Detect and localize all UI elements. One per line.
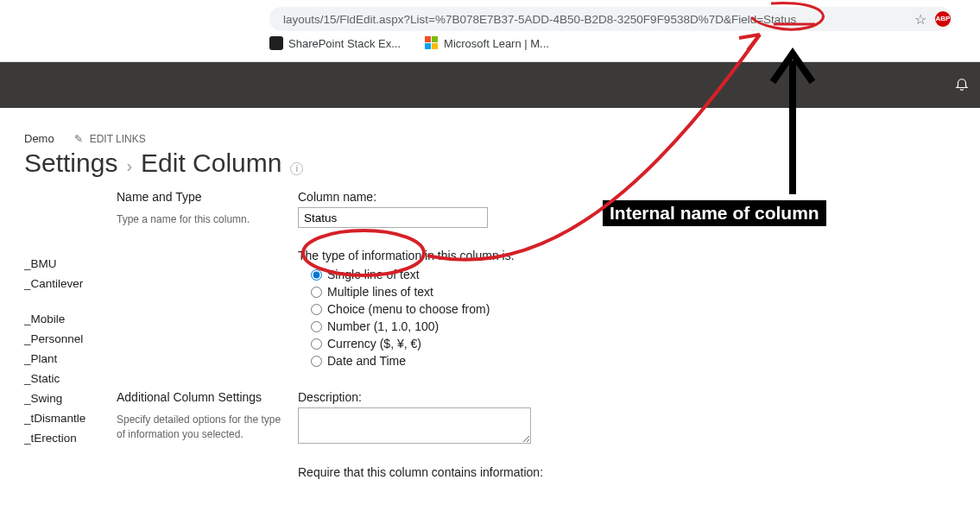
section-name-type: Name and Type Type a name for this colum… [117, 190, 980, 369]
edit-links-button[interactable]: ✎ EDIT LINKS [74, 133, 145, 145]
nav-item-bmu[interactable]: _BMU [24, 254, 115, 274]
suite-bar [0, 62, 980, 108]
bookmark-label: SharePoint Stack Ex... [288, 37, 401, 50]
info-icon[interactable]: i [290, 162, 303, 175]
type-intro-label: The type of information in this column i… [298, 249, 980, 262]
url-bar[interactable]: layouts/15/FldEdit.aspx?List=%7B078E7B37… [269, 7, 952, 31]
type-label: Number (1, 1.0, 100) [327, 319, 439, 333]
page-title: Edit Column [141, 148, 281, 178]
top-nav: Demo ✎ EDIT LINKS [0, 108, 980, 148]
content-area: Name and Type Type a name for this colum… [115, 185, 980, 483]
type-label: Single line of text [327, 268, 420, 281]
type-radio-datetime[interactable]: Date and Time [311, 352, 980, 369]
radio-input[interactable] [311, 321, 322, 332]
nav-item-cantilever[interactable]: _Cantilever [24, 274, 115, 294]
section-desc: Specify detailed options for the type of… [117, 413, 288, 443]
nav-item-swing[interactable]: _Swing [24, 388, 115, 408]
nav-item-tdismantle[interactable]: _tDismantle [24, 408, 115, 428]
pencil-icon: ✎ [74, 133, 83, 145]
radio-input[interactable] [311, 269, 322, 281]
radio-input[interactable] [311, 287, 322, 298]
description-textarea[interactable] [298, 407, 531, 444]
type-radio-choice[interactable]: Choice (menu to choose from) [311, 300, 980, 318]
nav-item-plant[interactable]: _Plant [24, 349, 115, 369]
microsoft-icon [425, 36, 439, 50]
bookmark-mslearn[interactable]: Microsoft Learn | M... [425, 36, 549, 50]
site-link[interactable]: Demo [24, 132, 54, 145]
bookmark-star-icon[interactable]: ☆ [914, 11, 926, 28]
require-label: Require that this column contains inform… [298, 465, 980, 479]
section-addl-settings: Additional Column Settings Specify detai… [117, 390, 980, 483]
radio-input[interactable] [311, 304, 322, 315]
type-radio-single-line[interactable]: Single line of text [311, 266, 980, 283]
column-name-input[interactable] [298, 207, 488, 228]
breadcrumb-settings[interactable]: Settings [24, 148, 117, 178]
type-label: Currency ($, ¥, €) [327, 337, 421, 350]
nav-item-personnel[interactable]: _Personnel [24, 329, 115, 349]
radio-input[interactable] [311, 338, 322, 350]
type-radio-multi-line[interactable]: Multiple lines of text [311, 283, 980, 300]
abp-icon[interactable]: ABP [935, 11, 951, 27]
type-radio-currency[interactable]: Currency ($, ¥, €) [311, 335, 980, 352]
type-label: Date and Time [327, 354, 406, 368]
nav-item-static[interactable]: _Static [24, 369, 115, 388]
edit-links-label: EDIT LINKS [90, 133, 146, 145]
nav-item-terection[interactable]: _tErection [24, 428, 115, 448]
type-radio-number[interactable]: Number (1, 1.0, 100) [311, 318, 980, 335]
annotation-label: Internal name of column [603, 200, 826, 226]
section-title: Additional Column Settings [117, 390, 288, 404]
bookmark-label: Microsoft Learn | M... [444, 37, 549, 50]
bookmarks-bar: SharePoint Stack Ex... Microsoft Learn |… [269, 36, 549, 50]
bookmark-sharepoint[interactable]: SharePoint Stack Ex... [269, 36, 401, 50]
url-text: layouts/15/FldEdit.aspx?List=%7B078E7B37… [283, 13, 796, 26]
nav-item-mobile[interactable]: _Mobile [24, 309, 115, 329]
stackexchange-icon [269, 36, 283, 50]
page-header: Settings › Edit Column i [0, 148, 980, 185]
breadcrumb-sep-icon: › [126, 156, 132, 176]
section-title: Name and Type [117, 190, 288, 204]
quick-launch: _BMU _Cantilever _Mobile _Personnel _Pla… [24, 185, 115, 483]
browser-toolbar: layouts/15/FldEdit.aspx?List=%7B078E7B37… [0, 0, 980, 62]
description-label: Description: [298, 390, 980, 404]
type-label: Choice (menu to choose from) [327, 302, 490, 316]
section-desc: Type a name for this column. [117, 212, 288, 227]
type-label: Multiple lines of text [327, 285, 433, 299]
radio-input[interactable] [311, 356, 322, 367]
notifications-icon[interactable] [954, 76, 970, 96]
